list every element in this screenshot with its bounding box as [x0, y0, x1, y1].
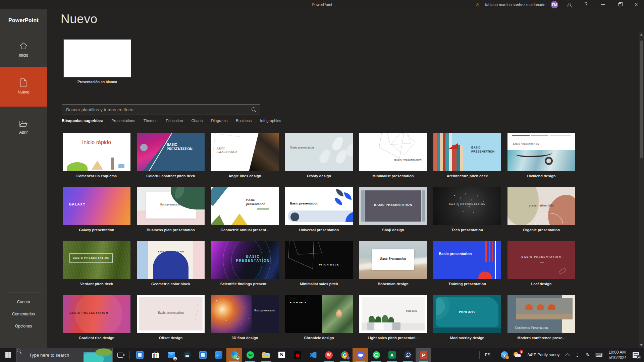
sidebar-item-nuevo[interactable]: Nuevo [0, 67, 47, 107]
scroll-up-arrow[interactable] [640, 34, 643, 36]
microsoft-edge-icon[interactable] [226, 348, 242, 362]
weather-condition[interactable]: Partly sunny [537, 353, 559, 357]
template-card[interactable]: Basic presentationGeometric annual prese… [211, 187, 279, 232]
template-card[interactable]: BASIC PRESENTATIONGeometric color block [137, 241, 205, 286]
pen-app-icon[interactable] [211, 348, 226, 362]
open-folder-icon [19, 120, 28, 127]
template-card[interactable]: BASIC PRESENTATIONMinimalist presentatio… [359, 133, 427, 178]
spotify-icon[interactable] [242, 348, 258, 362]
template-card[interactable]: Pitch deckLight sales pitch presentati..… [359, 295, 427, 340]
template-card[interactable]: Inicio rápidoComenzar un esquema [63, 133, 130, 178]
touch-keyboard-icon[interactable]: ⌨ [595, 352, 603, 358]
microsoft-store-icon[interactable] [148, 348, 163, 362]
vs-code-icon[interactable] [305, 348, 321, 362]
temperature[interactable]: 84°F [528, 353, 536, 357]
suggested-search-themes[interactable]: Themes [144, 119, 158, 123]
language-indicator[interactable]: ES [485, 353, 490, 357]
template-card[interactable]: PITCH DECKChronicle design [285, 295, 353, 340]
share-contact-icon[interactable] [564, 0, 575, 9]
template-card[interactable]: Basic presentationBusiness plan presenta… [137, 187, 205, 232]
template-name: Tech presentation [433, 228, 501, 232]
netflix-icon[interactable]: N [289, 348, 305, 362]
suggested-search-infographics[interactable]: Infographics [260, 119, 281, 123]
template-card[interactable]: Basic presentation3D float design [211, 295, 279, 340]
notion-icon[interactable]: N [274, 348, 289, 362]
scrollbar-thumb[interactable] [640, 41, 643, 158]
template-name: Colorful abstract pitch deck [137, 174, 205, 178]
get-help-icon[interactable]: ? [501, 351, 508, 359]
template-card[interactable]: presentation titleOrganic presentation [507, 187, 575, 232]
template-card[interactable]: BASIC PRESENTATIONTech presentation [433, 187, 501, 232]
file-explorer-icon[interactable] [258, 348, 274, 362]
template-card[interactable]: BASIC PRESENTATIONLeaf design [507, 241, 575, 286]
show-hidden-icons-chevron[interactable] [566, 353, 569, 357]
account-avatar[interactable]: FM [551, 1, 558, 8]
google-chrome-icon[interactable] [337, 348, 353, 362]
vertical-scrollbar[interactable] [639, 32, 644, 348]
close-button[interactable]: × [631, 0, 642, 9]
template-card[interactable]: BASIC PRESENTATIONShoji design [359, 187, 427, 232]
help-notification-dot [506, 356, 509, 359]
suggested-search-presentations[interactable]: Presentations [111, 119, 135, 123]
sidebar-item-comentarios[interactable]: Comentarios [0, 312, 47, 316]
vs-code-glyph [309, 351, 317, 359]
template-card[interactable]: Basic presentationOffset design [137, 295, 205, 340]
minimize-button[interactable] [597, 0, 608, 9]
template-card[interactable]: BASIC PRESENTATIONArchitecture pitch dec… [433, 133, 501, 178]
clock[interactable]: 10:00 AM 5/10/2024 [609, 350, 627, 360]
weather-icon[interactable]: 1 [514, 351, 522, 359]
discord-icon[interactable] [353, 348, 368, 362]
template-card[interactable]: GALAXYGalaxy presentation [63, 187, 130, 232]
notification-center-icon[interactable]: 4 [633, 352, 639, 358]
template-card[interactable]: BASIC PRESENTATIONScientific findings pr… [211, 241, 279, 286]
sidebar-item-opciones[interactable]: Opciones [0, 324, 47, 328]
blue-tile-app-icon[interactable] [132, 348, 148, 362]
warning-icon[interactable]: ⚠ [476, 2, 480, 7]
template-card[interactable]: Basic presentationTraining presentation [433, 241, 501, 286]
sidebar-item-inicio[interactable]: Inicio [0, 39, 47, 61]
search-highlight-image[interactable] [84, 348, 112, 362]
steam-icon[interactable] [400, 348, 416, 362]
app-badge: 1 [173, 357, 177, 361]
taskbar-search-input[interactable]: Type here to search [16, 348, 113, 362]
excel-icon[interactable]: X [384, 348, 400, 362]
template-card[interactable]: Pitch deckMod overlay design [433, 295, 501, 340]
blank-presentation-card[interactable] [64, 40, 131, 77]
mail-icon[interactable]: 1 [163, 348, 179, 362]
account-name[interactable]: fabiana martina sanhez maldonado [485, 3, 545, 7]
wifi-icon[interactable] [574, 353, 580, 357]
template-card[interactable]: BASIC PRESENTATIONColorful abstract pitc… [137, 133, 205, 178]
sidebar-item-cuenta[interactable]: Cuenta [0, 300, 47, 304]
template-thumbnail: Basic presentation [433, 241, 501, 279]
pen-icon[interactable]: ✎ [586, 352, 590, 358]
whatsapp-icon[interactable] [368, 348, 384, 362]
media-app-icon[interactable] [179, 348, 195, 362]
template-card[interactable]: BASIC PRESENTATIONDividend design [507, 133, 575, 178]
template-card[interactable]: Conference PresentationModern conference… [507, 295, 575, 340]
suggested-search-business[interactable]: Business [236, 119, 252, 123]
search-icon[interactable] [251, 107, 257, 112]
scroll-down-arrow[interactable] [640, 344, 643, 346]
wps-office-icon[interactable]: W [321, 348, 337, 362]
template-thumbnail: BASIC PRESENTATION [507, 133, 575, 171]
template-search-input[interactable]: Buscar plantillas y temas en línea [62, 104, 260, 115]
template-card[interactable]: BASIC PRESENTATIONAngle lines design [211, 133, 279, 178]
template-card[interactable]: PITCH DECKMinimalist sales pitch [285, 241, 353, 286]
blue-tile-app-2-icon[interactable] [195, 348, 211, 362]
suggested-search-education[interactable]: Education [166, 119, 183, 123]
blue-tile-app-glyph [136, 351, 144, 359]
help-button[interactable]: ? [580, 0, 592, 9]
template-thumbnail: Basic Presentation [359, 241, 427, 279]
template-card[interactable]: Basic presentationUniversal presentation [285, 187, 353, 232]
task-view-button[interactable] [113, 348, 127, 362]
sidebar-item-abrir[interactable]: Abrir [0, 116, 47, 139]
powerpoint-icon[interactable]: P [416, 348, 431, 362]
template-card[interactable]: BASIC PRESENTATIONVerdant pitch deck [63, 241, 130, 286]
template-card[interactable]: BASIC PRESENTATIONGradient rise design [63, 295, 130, 340]
template-card[interactable]: Basic PresentationBohemian design [359, 241, 427, 286]
restore-button[interactable] [614, 0, 625, 9]
suggested-search-charts[interactable]: Charts [191, 119, 203, 123]
template-card[interactable]: Basic presentationFrosty design [285, 133, 353, 178]
start-button[interactable] [0, 348, 16, 362]
suggested-search-diagrams[interactable]: Diagrams [211, 119, 227, 123]
